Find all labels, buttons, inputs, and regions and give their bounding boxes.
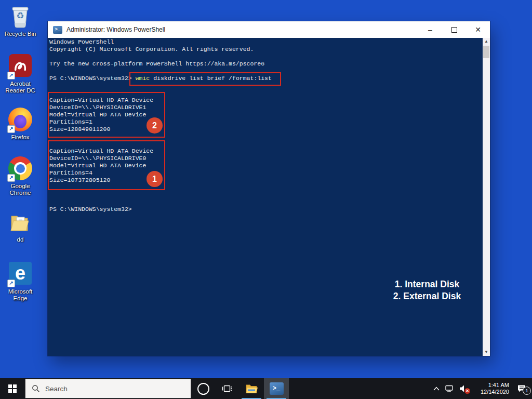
annotation-badge-1: 1 — [147, 171, 163, 187]
tray-expand-button[interactable] — [430, 378, 443, 399]
prompt-text: PS C:\WINDOWS\system32> — [49, 75, 136, 82]
scrollbar-thumb[interactable] — [483, 46, 489, 58]
annotation-badge-2: 2 — [147, 117, 163, 134]
annotation-box-disk2 — [48, 92, 165, 138]
action-center-button[interactable]: 1 — [511, 378, 532, 399]
desktop-icon-chrome[interactable]: ↗ Google Chrome — [1, 156, 40, 196]
desktop-icon-label: Firefox — [1, 134, 40, 141]
legend-line: 1. Internal Disk — [380, 278, 474, 290]
mute-badge-icon: ✕ — [464, 388, 470, 394]
console-prompt-line: PS C:\WINDOWS\system32> — [49, 206, 132, 213]
system-tray: ✕ 1:41 AM 12/14/2020 1 — [430, 378, 532, 399]
file-explorer-icon — [245, 382, 258, 395]
shortcut-arrow-icon: ↗ — [7, 174, 15, 182]
powershell-window-icon: >_ — [53, 26, 62, 34]
search-icon — [32, 384, 40, 393]
console-scrollbar[interactable]: ▲ ▼ — [483, 38, 490, 356]
desktop-icon-label: dd — [1, 236, 40, 243]
powershell-icon: >_ — [270, 382, 284, 395]
desktop-icon-recycle-bin[interactable]: ♻ Recycle Bin — [1, 4, 40, 37]
scroll-up-icon[interactable]: ▲ — [483, 38, 490, 45]
desktop-icon-label: Microsoft Edge — [1, 288, 40, 302]
desktop: ♻ Recycle Bin ↗ Acrobat Reader DC ↗ Fire… — [0, 0, 532, 399]
taskbar-clock[interactable]: 1:41 AM 12/14/2020 — [471, 382, 511, 396]
chevron-up-icon — [433, 387, 440, 391]
powershell-taskbar-button[interactable]: >_ — [264, 378, 289, 399]
close-button[interactable]: ✕ — [466, 21, 490, 38]
window-titlebar[interactable]: >_ Administrator: Windows PowerShell – ✕ — [48, 21, 490, 38]
maximize-icon — [451, 27, 457, 33]
windows-logo-icon — [8, 384, 17, 393]
shortcut-arrow-icon: ↗ — [7, 125, 15, 133]
desktop-icon-firefox[interactable]: ↗ Firefox — [1, 107, 40, 141]
desktop-icon-acrobat[interactable]: ↗ Acrobat Reader DC — [1, 53, 40, 94]
scroll-down-icon[interactable]: ▼ — [483, 349, 490, 356]
cortana-button[interactable] — [191, 378, 215, 399]
tray-date: 12/14/2020 — [473, 389, 509, 396]
shortcut-arrow-icon: ↗ — [7, 72, 15, 79]
search-input[interactable] — [44, 379, 191, 398]
console-output-area[interactable]: Windows PowerShell Copyright (C) Microso… — [48, 38, 490, 356]
recycle-symbol-icon: ♻ — [8, 10, 33, 21]
annotation-box-command — [129, 72, 281, 86]
legend-line: 2. External Disk — [380, 290, 474, 302]
firefox-icon: ↗ — [8, 108, 33, 132]
console-line: Try the new cross-platform PowerShell ht… — [49, 60, 264, 68]
task-view-icon — [222, 383, 232, 394]
chrome-icon: ↗ — [8, 156, 33, 181]
edge-logo-glyph: e — [15, 262, 25, 285]
shortcut-arrow-icon: ↗ — [7, 280, 15, 287]
acrobat-reader-icon: ↗ — [8, 54, 33, 79]
annotation-legend: 1. Internal Disk 2. External Disk — [380, 278, 474, 302]
network-tray-button[interactable] — [443, 378, 456, 399]
console-line: Copyright (C) Microsoft Corporation. All… — [49, 46, 254, 53]
maximize-button[interactable] — [442, 21, 466, 38]
cortana-icon — [197, 383, 209, 395]
powershell-window: >_ Administrator: Windows PowerShell – ✕… — [48, 21, 490, 356]
edge-icon: e ↗ — [8, 262, 33, 287]
console-line: Windows PowerShell — [49, 38, 114, 46]
volume-tray-button[interactable]: ✕ — [456, 378, 471, 399]
recycle-bin-icon: ♻ — [8, 4, 33, 29]
taskbar: >_ ✕ — [0, 378, 532, 399]
task-view-button[interactable] — [215, 378, 239, 399]
minimize-button[interactable]: – — [418, 21, 442, 38]
taskbar-search[interactable] — [25, 379, 191, 398]
desktop-icon-label: Google Chrome — [1, 183, 40, 196]
desktop-icon-label: Acrobat Reader DC — [1, 81, 40, 94]
window-title: Administrator: Windows PowerShell — [66, 26, 165, 33]
start-button[interactable] — [0, 378, 25, 399]
notification-badge: 1 — [523, 387, 531, 395]
network-icon — [445, 384, 454, 393]
desktop-icon-label: Recycle Bin — [1, 31, 40, 37]
tray-time: 1:41 AM — [473, 382, 509, 389]
desktop-icon-edge[interactable]: e ↗ Microsoft Edge — [1, 261, 40, 302]
file-explorer-button[interactable] — [239, 378, 264, 399]
desktop-icon-dd-folder[interactable]: dd — [1, 210, 40, 243]
folder-icon — [8, 210, 33, 235]
